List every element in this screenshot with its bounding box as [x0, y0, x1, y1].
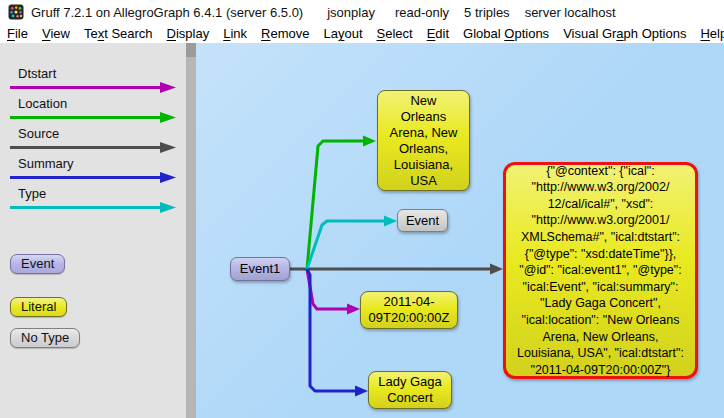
- gruff-logo-icon: [8, 4, 24, 20]
- server-label: server localhost: [525, 5, 616, 20]
- menu-label: out: [344, 26, 362, 41]
- legend-item-type: Type: [0, 187, 186, 214]
- menu-global-options[interactable]: Global Options: [463, 26, 549, 41]
- menu-label: Global: [463, 26, 504, 41]
- menu-label: isplay: [176, 26, 209, 41]
- dtstart-arrow-icon: [10, 81, 176, 94]
- legend-label-source: Source: [18, 127, 186, 141]
- gruff-window: Gruff 7.2.1 on AllegroGraph 6.4.1 (serve…: [0, 0, 724, 418]
- legend-item-summary: Summary: [0, 157, 186, 184]
- legend-item-location: Location: [0, 97, 186, 124]
- triple-count: 5 triples: [464, 5, 510, 20]
- legend-label-location: Location: [18, 97, 186, 111]
- menu-label: ptions: [514, 26, 549, 41]
- node-event1[interactable]: Event1: [230, 257, 290, 281]
- edge-type[interactable]: [307, 216, 397, 270]
- menu-label: elp: [710, 26, 724, 41]
- no-type-button[interactable]: No Type: [10, 328, 80, 348]
- menu-visual-graph-options[interactable]: Visual Graph Options: [563, 26, 686, 41]
- sidebar-scrollbar[interactable]: [186, 43, 196, 418]
- menu-mnemonic: H: [700, 26, 709, 41]
- legend-label-dtstart: Dtstart: [18, 67, 186, 81]
- edge-dtstart[interactable]: [307, 269, 360, 315]
- menu-label: ink: [230, 26, 247, 41]
- node-location-literal[interactable]: New Orleans Arena, New Orleans, Louisian…: [377, 90, 470, 191]
- app-title: Gruff 7.2.1 on AllegroGraph 6.4.1 (serve…: [31, 5, 303, 20]
- spacer: [0, 274, 186, 297]
- legend-label-type: Type: [18, 187, 186, 201]
- menu-link[interactable]: Link: [223, 26, 247, 41]
- menu-label: iew: [50, 26, 70, 41]
- node-type-event[interactable]: Event: [397, 209, 448, 232]
- menu-mnemonic: O: [504, 26, 514, 41]
- menu-label: emove: [270, 26, 309, 41]
- access-mode-label: read-only: [395, 5, 449, 20]
- summary-arrow-icon: [10, 171, 176, 184]
- legend-item-dtstart: Dtstart: [0, 67, 186, 94]
- legend-label-summary: Summary: [18, 157, 186, 171]
- menu-layout[interactable]: Layout: [324, 26, 363, 41]
- menu-mnemonic: F: [7, 26, 15, 41]
- title-bar: Gruff 7.2.1 on AllegroGraph 6.4.1 (serve…: [0, 0, 724, 24]
- event-type-button[interactable]: Event: [10, 254, 65, 274]
- spacer: [0, 317, 186, 328]
- menu-mnemonic: S: [377, 26, 386, 41]
- menu-label: t Search: [104, 26, 152, 41]
- menu-select[interactable]: Select: [377, 26, 413, 41]
- menu-bar: File View Text Search Display Link Remov…: [0, 24, 724, 43]
- menu-file[interactable]: File: [7, 26, 28, 41]
- menu-label: Visual Gr: [563, 26, 616, 41]
- edge-summary[interactable]: [307, 269, 368, 397]
- literal-type-button[interactable]: Literal: [10, 297, 67, 317]
- store-name: jsonplay: [327, 5, 375, 20]
- legend-item-source: Source: [0, 127, 186, 154]
- graph-canvas[interactable]: Event1 New Orleans Arena, New Orleans, L…: [196, 43, 724, 418]
- node-source-json[interactable]: {"@context": {"ical": "http://www.w3.org…: [503, 162, 698, 379]
- type-arrow-icon: [10, 201, 176, 214]
- menu-mnemonic: a: [616, 26, 623, 41]
- menu-label: dit: [435, 26, 449, 41]
- edge-source[interactable]: [290, 264, 503, 275]
- node-summary-literal[interactable]: Lady Gaga Concert: [368, 371, 452, 409]
- menu-mnemonic: D: [167, 26, 176, 41]
- scrollbar-thumb[interactable]: [186, 43, 196, 57]
- source-arrow-icon: [10, 141, 176, 154]
- menu-label: Te: [84, 26, 98, 41]
- menu-help[interactable]: Help: [700, 26, 724, 41]
- menu-view[interactable]: View: [42, 26, 70, 41]
- menu-label: ph Options: [624, 26, 687, 41]
- node-type-buttons: Event Literal No Type: [0, 254, 186, 348]
- menu-label: elect: [385, 26, 412, 41]
- edge-location[interactable]: [307, 136, 376, 270]
- legend-sidebar: Dtstart Location Source: [0, 43, 186, 418]
- menu-edit[interactable]: Edit: [427, 26, 449, 41]
- menu-text-search[interactable]: Text Search: [84, 26, 153, 41]
- menu-display[interactable]: Display: [167, 26, 210, 41]
- menu-label: La: [324, 26, 338, 41]
- location-arrow-icon: [10, 111, 176, 124]
- main-content: Dtstart Location Source: [0, 43, 724, 418]
- menu-label: ile: [15, 26, 28, 41]
- node-dtstart-literal[interactable]: 2011-04- 09T20:00:00Z: [360, 291, 458, 329]
- menu-remove[interactable]: Remove: [261, 26, 309, 41]
